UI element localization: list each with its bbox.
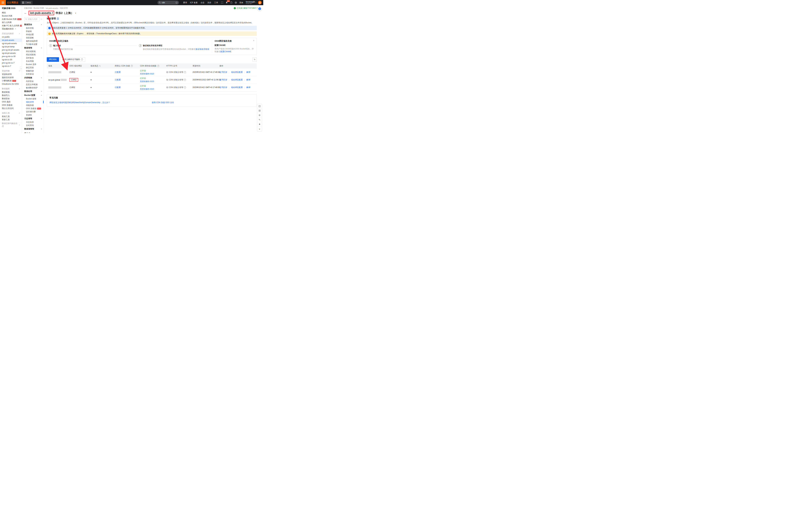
sync-icon[interactable]: [99, 65, 101, 67]
menu-item[interactable]: OSS 加速器NEW: [24, 107, 44, 110]
history-path-item[interactable]: sg-iot-pri-temp: [0, 45, 22, 48]
menu-item[interactable]: 内容安全: [24, 80, 44, 83]
history-path-item[interactable]: pre-sg-iot-cs-7: [0, 61, 22, 64]
menu-group-title[interactable]: 数据处理 ∨: [24, 89, 44, 93]
refresh-button[interactable]: [253, 58, 257, 62]
expand-icon[interactable]: [221, 1, 223, 4]
chevron-down-icon[interactable]: [75, 12, 76, 14]
menu-item[interactable]: 日志转存: [24, 121, 44, 124]
help-icon[interactable]: [184, 87, 186, 89]
bell-icon[interactable]: [257, 122, 262, 127]
menu-item[interactable]: 请求者付费: [24, 110, 44, 113]
faq-link-1[interactable]: 绑定自定义域名时返回错误码NeedVerifyDomainOwnership，怎…: [49, 101, 152, 104]
section-services-title[interactable]: 数据服务 ∧: [0, 87, 22, 91]
history-path-item[interactable]: iot-pub-assets: [0, 38, 22, 42]
section-tools-title[interactable]: 自助工具 ∧: [0, 111, 22, 115]
menu-item[interactable]: Bucket 标签: [24, 97, 44, 100]
sidebar-item[interactable]: 向量 Bucket 列表 NEW: [0, 17, 22, 21]
tool-item[interactable]: 签名工具: [0, 115, 22, 118]
supported-operations-link[interactable]: 支持的操作 8/10: [140, 73, 154, 75]
cert-hosting-link[interactable]: 证书托管: [219, 71, 227, 74]
binding-config-link[interactable]: 域名绑定配置: [231, 78, 243, 81]
pencil-icon[interactable]: ✎: [257, 118, 262, 122]
sidebar-item[interactable]: 对象 FC 接入点列表 NEW: [0, 24, 22, 27]
menu-item[interactable]: 归档直读: [24, 73, 44, 76]
help-icon[interactable]: [131, 65, 133, 67]
tool-item[interactable]: 更多工具: [0, 118, 22, 121]
history-path-item[interactable]: pre-sg-iot-pri-assets: [0, 48, 22, 51]
help-icon[interactable]: [157, 65, 159, 67]
menu-group-title[interactable]: 内容检测 ∧: [24, 76, 44, 80]
help-icon[interactable]: [230, 1, 232, 4]
cdn-configured-link[interactable]: 已配置: [115, 71, 121, 74]
bucket-region[interactable]: 华东2（上海）: [56, 11, 74, 15]
faq-link-2[interactable]: 使用 CDN 加速 OSS 访问: [152, 101, 254, 104]
configure-cname-link[interactable]: 配置CNAME: [220, 50, 231, 53]
menu-item[interactable]: 域名管理: [24, 100, 44, 104]
section-history-title[interactable]: 历史访问路径 ∧: [0, 32, 22, 35]
verify-ownership-link[interactable]: 验证域名所有权: [196, 48, 209, 50]
language-switch[interactable]: 简体: [239, 1, 243, 4]
menu-group-title[interactable]: Bucket 配置 ∧: [24, 93, 44, 97]
chevron-down-icon[interactable]: ∨: [257, 127, 262, 131]
breadcrumb-item[interactable]: Bucket 列表: [34, 7, 45, 10]
menu-item[interactable]: 静态页面: [24, 66, 44, 69]
supported-operations-link[interactable]: 支持的操作 8/10: [140, 80, 154, 83]
gear-icon[interactable]: ⚙: [257, 113, 262, 118]
menu-item[interactable]: 敏感数据保护: [24, 86, 44, 89]
topbar-link[interactable]: 工单: [214, 1, 218, 4]
supported-operations-link[interactable]: 支持的操作 8/10: [140, 88, 154, 91]
history-path-item[interactable]: sg-iot-pri-assets: [0, 51, 22, 55]
menu-item[interactable]: 防盗链: [24, 30, 44, 33]
service-item[interactable]: 数据安全: [0, 97, 22, 100]
menu-item[interactable]: 生命周期: [24, 60, 44, 63]
assistant-icon[interactable]: [257, 6, 262, 11]
topbar-link[interactable]: 费用: [183, 1, 187, 4]
menu-item[interactable]: 跨域设置: [24, 33, 44, 36]
history-path-item[interactable]: sg-iot-pub-assets: [0, 42, 22, 45]
collapse-sidebar-handle[interactable]: [20, 66, 22, 71]
cdn-configured-link[interactable]: 已配置: [115, 86, 121, 89]
usage-item[interactable]: CloudLens for OSS: [0, 82, 22, 85]
sidebar-item[interactable]: 我收藏的路径 +: [0, 27, 22, 31]
bell-icon[interactable]: 99+: [226, 1, 228, 4]
binding-config-link[interactable]: 域名绑定配置: [231, 71, 243, 74]
usage-item[interactable]: 计费项检测 HOT: [0, 79, 22, 82]
menu-item[interactable]: 资源组: [24, 113, 44, 116]
history-path-item[interactable]: sg-iot-cs-30: [0, 58, 22, 61]
doc-icon[interactable]: [57, 17, 59, 20]
collapse-icon[interactable]: [253, 40, 254, 41]
service-item[interactable]: 阻止公共访问: [0, 107, 22, 110]
clear-icon[interactable]: [175, 2, 178, 4]
aliyun-logo[interactable]: 阿里云: [7, 1, 18, 4]
sidebar-item[interactable]: 概览: [0, 11, 22, 14]
topbar-link[interactable]: 企业: [200, 1, 204, 4]
menu-item[interactable]: 实时查询: [24, 124, 44, 127]
menu-group-title[interactable]: 数据管理 ∧: [24, 46, 44, 50]
service-item[interactable]: 数据复制: [0, 91, 22, 94]
menu-group-title[interactable]: 数据湖管理 ∨: [24, 127, 44, 131]
topbar-link[interactable]: 支持: [207, 1, 211, 4]
cdn-configured-link[interactable]: 已配置: [115, 78, 121, 81]
history-path-item[interactable]: sg-iot-cs-7: [0, 64, 22, 68]
doc-icon[interactable]: [257, 104, 262, 108]
menu-item[interactable]: 镜像回源: [24, 69, 44, 73]
menu-item[interactable]: 传输加速: [24, 104, 44, 107]
breadcrumb-item[interactable]: iot-pub-assets: [46, 7, 59, 10]
add-icon[interactable]: +: [15, 28, 16, 30]
help-icon[interactable]: [184, 79, 186, 81]
menu-item[interactable]: 同区域复制: [24, 53, 44, 56]
menu-group-title[interactable]: 日志管理 ∧: [24, 116, 44, 121]
unbind-link[interactable]: 解绑: [246, 71, 250, 74]
history-path-item[interactable]: pre-sg-iot-cs-30: [0, 55, 22, 58]
unbind-link[interactable]: 解绑: [246, 86, 250, 89]
topbar-link[interactable]: ICP 备案: [190, 1, 198, 4]
back-icon[interactable]: [24, 11, 27, 15]
usage-item[interactable]: 资源包管理: [0, 73, 22, 76]
usage-item[interactable]: 预留空间管理: [0, 76, 22, 79]
menu-item[interactable]: Bucket 清单: [24, 63, 44, 66]
bind-domain-button[interactable]: 绑定域名: [47, 57, 59, 62]
menu-group-title[interactable]: 数据安全 ∧: [24, 22, 44, 27]
bucket-name annotation-box[interactable]: iot-pub-assets /: [29, 11, 54, 15]
binding-config-link[interactable]: 域名绑定配置: [231, 86, 243, 89]
